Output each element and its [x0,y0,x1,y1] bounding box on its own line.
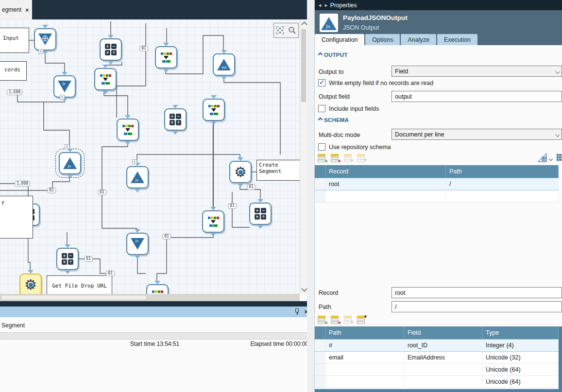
record-label: Record [319,290,338,296]
write-empty-checkbox[interactable] [318,79,325,86]
node-map[interactable] [117,119,139,141]
magnifier-icon[interactable] [288,26,296,35]
horizontal-scroll-thumb[interactable] [1,295,147,300]
row-selector-header [315,326,325,339]
node-type-icon: js [320,14,338,32]
node-label[interactable]: Get File Drop URL [47,275,112,294]
use-repo-checkbox[interactable] [318,143,325,151]
column-header[interactable]: Path [325,326,404,339]
table-cell [446,190,559,202]
include-input-checkbox[interactable] [318,105,325,112]
delete-row-icon[interactable]: × [331,154,340,162]
pin-icon[interactable] [294,308,299,315]
node-calc[interactable]: +−×÷ [56,248,79,270]
fit-view-icon[interactable] [276,26,284,34]
tab-close-icon[interactable]: × [25,6,29,14]
row-selector-cell [315,364,325,375]
nav-back-icon[interactable]: ◄ [318,3,322,8]
table-row[interactable]: #root_IDInteger (4) [315,339,559,352]
node-map[interactable] [155,46,177,68]
node-port-r[interactable]: R [132,159,137,164]
column-header[interactable]: Type [482,326,559,339]
edge-count-pill: 1,600 [7,89,22,95]
properties-titlebar: ◄ ► Properties [315,0,562,10]
node-tri-down-js[interactable]: js [126,233,149,255]
node-tri-up-js[interactable]: js [126,166,149,188]
column-header[interactable]: Record [325,165,446,178]
table-cell: EmailAddress [404,352,482,363]
tab-configuration[interactable]: Configuration [315,34,364,45]
canvas-horizontal-scrollbar[interactable] [0,294,300,301]
node-tri-down-js[interactable]: js [53,75,76,98]
tab-options[interactable]: Options [365,34,400,45]
output-field-input[interactable] [392,91,562,102]
chevron-down-icon [549,156,553,160]
table-row[interactable] [315,190,559,203]
node-label[interactable]: cords [0,61,27,81]
node-map[interactable] [94,68,117,90]
table-row[interactable]: Unicode (64) [315,376,559,388]
column-header[interactable]: Path [446,165,559,178]
node-port-h[interactable]: H [38,49,43,54]
node-calc[interactable]: +−×÷ [164,108,187,131]
node-label[interactable]: f [0,196,33,239]
node-label[interactable]: Input [0,28,29,53]
nav-forward-icon[interactable]: ► [324,3,328,8]
add-row-icon[interactable]: + [318,154,327,162]
node-gear[interactable]: ⚙ [229,161,252,183]
node-label[interactable]: Create Segment [256,160,300,181]
multidoc-select[interactable]: Document per line [392,129,562,140]
grid-view-icon[interactable] [557,154,562,161]
table-row[interactable]: emailEmailAddressUnicode (32) [315,352,559,364]
panel-splitter[interactable] [307,0,315,392]
node-map[interactable] [146,284,169,294]
table-row[interactable]: Unicode (64) [315,364,559,376]
node-tri-down-globe[interactable] [34,28,56,51]
section-output[interactable]: OUTPUT [319,52,347,58]
write-empty-row: Write empty field if no records are read [318,79,433,86]
scroll-down-icon[interactable] [301,286,307,292]
path-input[interactable] [392,301,562,312]
reorder-icon-disabled[interactable]: ▼ [357,154,366,162]
record-input[interactable] [392,287,562,298]
node-gear[interactable]: ⚙ [19,273,42,294]
flow-canvas[interactable]: +−×÷txtjs+−×÷jsjs⚙+−×÷+−×÷js+−×÷⚙Inputco… [0,19,300,294]
fields-table: PathFieldType#root_IDInteger (4)emailEma… [315,326,559,388]
node-port-r[interactable]: R [65,144,69,149]
scroll-up-icon[interactable] [301,21,307,28]
move-up-icon-disabled[interactable]: ▲ [344,154,353,162]
records-toolbar: + × ▲ ▼ [318,154,366,162]
edge-count-pill: 01 [106,271,115,276]
canvas-vertical-scrollbar[interactable] [300,19,307,294]
table-header-row: RecordPath [315,165,559,178]
table-row[interactable]: root/ [315,178,559,190]
tab-analyze[interactable]: Analyze [401,34,436,45]
row-selector-cell [315,340,325,351]
tab-execution[interactable]: Execution [437,34,477,45]
node-port-r[interactable]: R [60,95,65,100]
edge-count-pill: 1,000 [15,181,30,187]
node-calc[interactable]: +−×÷ [100,38,122,61]
add-row-icon[interactable]: + [318,316,327,324]
node-map[interactable] [203,99,225,121]
node-tri-up-js[interactable]: js [59,152,81,174]
output-to-select[interactable]: Field [392,66,562,77]
table-cell [325,364,404,375]
table-cell [325,376,404,388]
node-tri-up-txt[interactable]: txt [213,53,235,76]
edge-count-pill: 01 [84,256,93,262]
column-header[interactable]: Field [404,326,482,339]
row-selector-cell [315,178,325,190]
move-up-icon-disabled[interactable]: ▲ [344,316,353,324]
document-tab[interactable]: egment × [0,0,32,19]
node-calc[interactable]: +−×÷ [249,203,272,225]
sort-rows-icon[interactable]: ▼ [357,316,366,324]
section-schema[interactable]: SCHEMA [319,117,349,123]
node-map[interactable] [202,210,224,233]
table-cell: # [325,340,404,351]
delete-row-icon[interactable]: × [331,316,340,324]
vertical-scroll-thumb[interactable] [301,29,306,102]
row-selector-header [315,165,325,178]
schema-designer-icon[interactable] [537,153,552,163]
status-panel-titlebar: × [0,307,315,317]
